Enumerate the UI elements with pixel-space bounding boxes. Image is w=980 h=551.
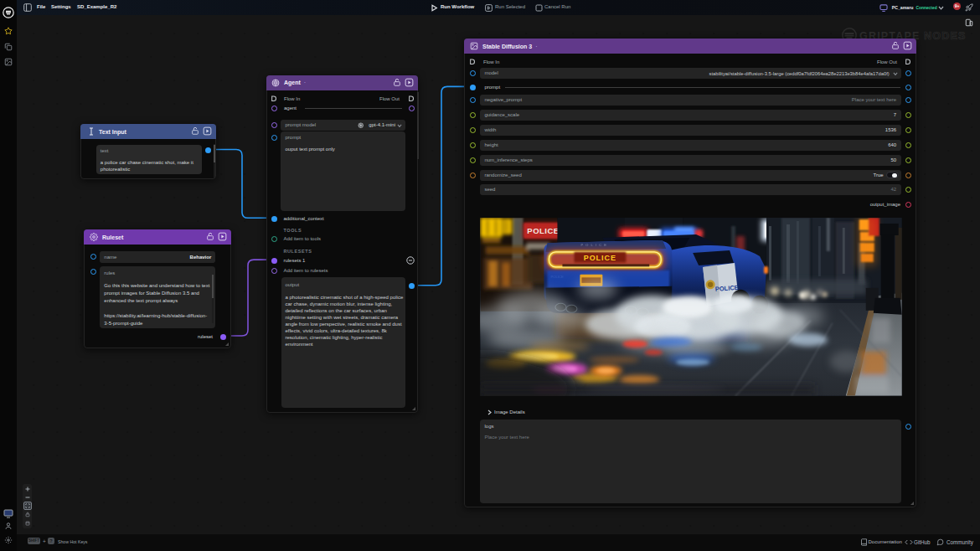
svg-text:POLICE: POLICE bbox=[580, 244, 609, 248]
svg-text:POLICE: POLICE bbox=[583, 255, 616, 263]
svg-text:POLICE: POLICE bbox=[527, 227, 559, 236]
